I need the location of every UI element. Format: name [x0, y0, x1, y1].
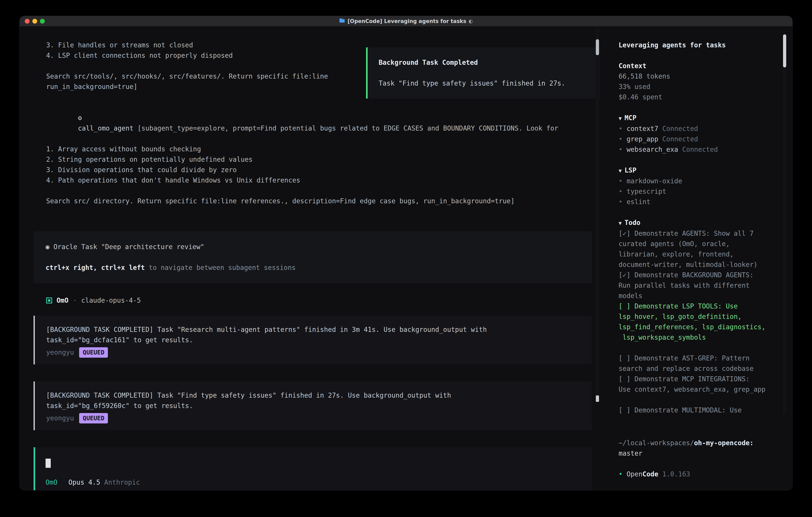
main-scrollbar[interactable] [596, 29, 599, 402]
todo-item-done: [✓] Demonstrate AGENTS: Show all 7 curat… [618, 228, 774, 270]
lsp-item: • markdown-oxide [618, 176, 792, 186]
queued-status-badge: QUEUED [79, 347, 108, 358]
terminal-content: Background Task Completed Task "Find typ… [20, 26, 792, 490]
app-name-bold: Code [642, 469, 658, 480]
tool-call-list-item: 2. String operations on potentially unde… [46, 154, 592, 165]
mcp-name: context7 [627, 124, 658, 134]
zoom-window-button[interactable] [40, 19, 45, 24]
git-branch: master [618, 448, 774, 459]
lsp-name: typescript [627, 186, 666, 197]
prompt-input[interactable]: OmO Opus 4.5 Anthropic [34, 447, 592, 490]
tool-call-args: [subagent_type=explore, prompt=Find pote… [134, 124, 558, 132]
message-line: [BACKGROUND TASK COMPLETED] Task "Resear… [46, 324, 580, 335]
bullet-icon: • [618, 197, 622, 207]
text-cursor [46, 459, 51, 468]
mcp-item: • websearch_exa Connected [618, 144, 792, 155]
chevron-down-icon: ▼ [618, 168, 622, 174]
todo-item-pending: [ ] Demonstrate MCP INTEGRATIONS: Use co… [618, 374, 774, 394]
todo-section-heading[interactable]: ▼Todo [618, 218, 792, 228]
task-completed-message: [BACKGROUND TASK COMPLETED] Task "Resear… [34, 316, 592, 364]
session-title: Leveraging agents for tasks [618, 40, 792, 50]
task-completed-message: [BACKGROUND TASK COMPLETED] Task "Find t… [34, 381, 592, 430]
target-icon: ◉ [46, 243, 50, 251]
terminal-window: [OpenCode] Leveraging agents for tasks ◐… [19, 16, 793, 490]
mcp-name: grep_app [627, 134, 658, 144]
conversation-pane: Background Task Completed Task "Find typ… [20, 26, 610, 490]
hint-keybindings: ctrl+x right, ctrl+x left [46, 264, 145, 272]
bullet-icon: • [618, 186, 622, 197]
bullet-icon: • [618, 134, 622, 144]
tool-call-list-item: 1. Array access without bounds checking [46, 144, 592, 154]
tool-call-line: ⚙ call_omo_agent [subagent_type=explore,… [46, 102, 592, 144]
message-line: [BACKGROUND TASK COMPLETED] Task "Find t… [46, 390, 580, 401]
main-scrollbar-thumb[interactable] [596, 39, 599, 55]
app-name-regular: Open [627, 469, 642, 480]
bullet-icon: • [618, 144, 622, 155]
main-scrollbar-thumb-secondary[interactable] [596, 396, 599, 402]
mcp-status: Connected [662, 134, 698, 144]
mcp-name: websearch_exa [627, 144, 678, 155]
message-meta-row: yeongyu QUEUED [46, 413, 580, 424]
toast-body: Task "Find type safety issues" finished … [379, 78, 588, 88]
message-line: task_id="bg_6f59260c" to get results. [46, 401, 580, 411]
workspace-path: ~/local-workspaces/oh-my-opencode: maste… [618, 438, 774, 459]
context-heading: Context [618, 61, 792, 71]
sidebar-scrollbar[interactable] [783, 34, 786, 414]
folder-icon [339, 18, 345, 24]
tool-call-footer: Search src/ directory. Return specific f… [46, 196, 592, 206]
app-version: 1.0.163 [662, 469, 690, 480]
agent-header: OmO · claude-opus-4-5 [46, 295, 592, 306]
lsp-name: eslint [627, 197, 650, 207]
background-task-toast: Background Task Completed Task "Find typ… [366, 47, 600, 99]
session-sidebar: Leveraging agents for tasks Context 66,5… [610, 26, 792, 490]
context-used: 33% used [618, 82, 792, 92]
queued-status-badge: QUEUED [79, 413, 108, 424]
tool-call-list-item: 4. Path operations that don't handle Win… [46, 175, 592, 186]
window-title: [OpenCode] Leveraging agents for tasks ◐ [339, 18, 473, 24]
session-status-icon: ◐ [469, 19, 473, 24]
bullet-icon: • [618, 469, 622, 480]
message-author: yeongyu [46, 347, 74, 358]
oracle-task-title: ◉ Oracle Task "Deep architecture review" [46, 242, 580, 252]
lsp-name: markdown-oxide [627, 176, 682, 186]
mcp-status: Connected [682, 144, 718, 155]
bullet-icon: • [618, 124, 622, 134]
lsp-section-heading[interactable]: ▼LSP [618, 165, 792, 176]
input-agent-name: OmO [46, 477, 58, 488]
agent-name: OmO [57, 295, 68, 306]
sidebar-scrollbar-thumb[interactable] [783, 34, 786, 67]
context-tokens: 66,518 tokens [618, 71, 792, 82]
message-line: task_id="bg_dcfac161" to get results. [46, 335, 580, 345]
mcp-item: • grep_app Connected [618, 134, 792, 144]
model-info-row: OmO Opus 4.5 Anthropic [46, 477, 580, 488]
input-cursor-line[interactable] [46, 458, 580, 468]
tool-call-list-item: 3. Division operations that could divide… [46, 165, 592, 175]
window-titlebar[interactable]: [OpenCode] Leveraging agents for tasks ◐ [20, 16, 792, 26]
todo-item-active: [ ] Demonstrate LSP TOOLS: Use lsp_hover… [618, 301, 774, 343]
todo-item-pending: [ ] Demonstrate MULTIMODAL: Use [618, 405, 774, 415]
tool-call-name: call_omo_agent [78, 124, 134, 132]
window-title-text: [OpenCode] Leveraging agents for tasks [347, 18, 466, 24]
workspace-path-line: ~/local-workspaces/oh-my-opencode: [618, 438, 774, 448]
mcp-status: Connected [662, 124, 698, 134]
workspace-name: oh-my-opencode: [694, 439, 754, 447]
separator-dot: · [73, 295, 77, 306]
minimize-window-button[interactable] [32, 19, 37, 24]
agent-model: claude-opus-4-5 [81, 295, 141, 306]
hint-description: to navigate between subagent sessions [145, 264, 296, 272]
todo-item-pending: [ ] Demonstrate AST-GREP: Pattern search… [618, 353, 774, 374]
close-window-button[interactable] [25, 19, 30, 24]
mcp-section-heading[interactable]: ▼MCP [618, 113, 792, 124]
chevron-down-icon: ▼ [618, 220, 622, 226]
subagent-nav-hint: ctrl+x right, ctrl+x left to navigate be… [46, 263, 580, 273]
traffic-lights [25, 19, 45, 24]
input-model-provider: Anthropic [104, 477, 140, 488]
message-author: yeongyu [46, 413, 74, 424]
message-meta-row: yeongyu QUEUED [46, 347, 580, 358]
lsp-item: • eslint [618, 197, 792, 207]
agent-icon [46, 298, 52, 303]
workspace-path-prefix: ~/local-workspaces/ [618, 439, 694, 447]
app-version-footer: • OpenCode 1.0.163 [618, 469, 792, 480]
lsp-item: • typescript [618, 186, 792, 197]
context-spent: $0.46 spent [618, 92, 792, 102]
